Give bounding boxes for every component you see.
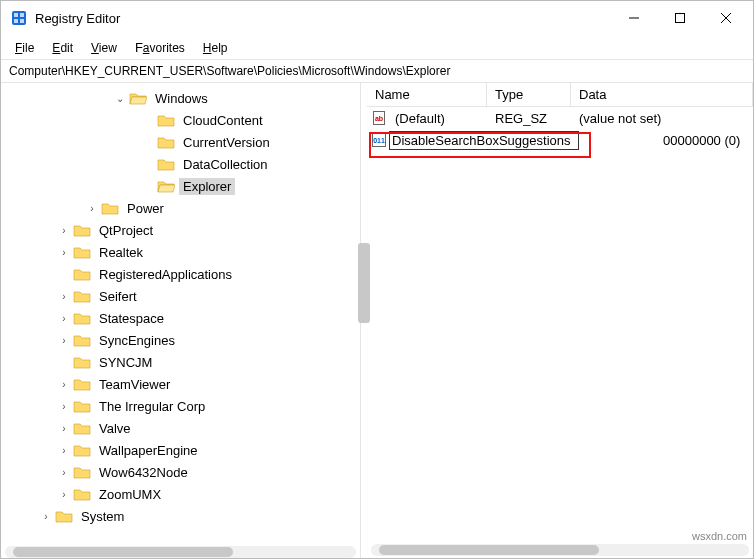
value-type: REG_SZ [487, 111, 571, 126]
tree-label: TeamViewer [95, 376, 174, 393]
tree-label: Power [123, 200, 168, 217]
expand-icon[interactable]: › [39, 511, 53, 522]
folder-icon [73, 421, 91, 435]
scrollbar-thumb[interactable] [379, 545, 599, 555]
folder-icon [73, 443, 91, 457]
tree-label: DataCollection [179, 156, 272, 173]
expand-icon[interactable]: › [57, 247, 71, 258]
expand-icon[interactable]: › [57, 489, 71, 500]
registry-tree[interactable]: ⌄ Windows CloudContent CurrentVersion Da… [1, 87, 360, 544]
close-button[interactable] [703, 2, 749, 34]
value-row-disablesearchboxsuggestions[interactable]: 011 00000000 (0) [367, 129, 753, 151]
expand-icon[interactable]: › [57, 335, 71, 346]
folder-open-icon [129, 91, 147, 105]
menu-view[interactable]: View [83, 38, 125, 57]
tree-node-statespace[interactable]: ›Statespace [1, 307, 360, 329]
tree-h-scrollbar[interactable] [5, 546, 356, 558]
folder-icon [73, 333, 91, 347]
column-data[interactable]: Data [571, 83, 753, 106]
tree-node-registeredapplications[interactable]: RegisteredApplications [1, 263, 360, 285]
value-name-edit-input[interactable] [389, 131, 579, 150]
tree-node-datacollection[interactable]: DataCollection [1, 153, 360, 175]
tree-label: Seifert [95, 288, 141, 305]
value-name: (Default) [387, 111, 487, 126]
window-titlebar: Registry Editor [1, 1, 753, 35]
tree-node-wow6432node[interactable]: ›Wow6432Node [1, 461, 360, 483]
svg-rect-6 [676, 14, 685, 23]
tree-node-windows[interactable]: ⌄ Windows [1, 87, 360, 109]
folder-icon [157, 157, 175, 171]
tree-node-system[interactable]: ›System [1, 505, 360, 527]
tree-node-zoomumx[interactable]: ›ZoomUMX [1, 483, 360, 505]
folder-icon [157, 113, 175, 127]
expand-icon[interactable]: › [57, 401, 71, 412]
list-h-scrollbar[interactable] [371, 544, 749, 556]
tree-pane[interactable]: ⌄ Windows CloudContent CurrentVersion Da… [1, 83, 361, 558]
tree-label: SyncEngines [95, 332, 179, 349]
menu-edit[interactable]: Edit [44, 38, 81, 57]
tree-node-currentversion[interactable]: CurrentVersion [1, 131, 360, 153]
column-type[interactable]: Type [487, 83, 571, 106]
address-text: Computer\HKEY_CURRENT_USER\Software\Poli… [9, 64, 450, 78]
tree-label: QtProject [95, 222, 157, 239]
tree-node-teamviewer[interactable]: ›TeamViewer [1, 373, 360, 395]
tree-node-explorer[interactable]: Explorer [1, 175, 360, 197]
tree-node-seifert[interactable]: ›Seifert [1, 285, 360, 307]
expand-icon[interactable]: › [57, 291, 71, 302]
address-bar[interactable]: Computer\HKEY_CURRENT_USER\Software\Poli… [1, 59, 753, 83]
column-name[interactable]: Name [367, 83, 487, 106]
regedit-icon [11, 10, 27, 26]
tree-label: Realtek [95, 244, 147, 261]
tree-node-cloudcontent[interactable]: CloudContent [1, 109, 360, 131]
tree-node-syncjm[interactable]: SYNCJM [1, 351, 360, 373]
collapse-icon[interactable]: ⌄ [113, 93, 127, 104]
folder-icon [101, 201, 119, 215]
tree-label: System [77, 508, 128, 525]
tree-node-wallpaperengine[interactable]: ›WallpaperEngine [1, 439, 360, 461]
menu-help[interactable]: Help [195, 38, 236, 57]
tree-node-valve[interactable]: ›Valve [1, 417, 360, 439]
expand-icon[interactable]: › [57, 423, 71, 434]
tree-label: SYNCJM [95, 354, 156, 371]
expand-icon[interactable]: › [57, 313, 71, 324]
folder-icon [73, 377, 91, 391]
tree-label: CurrentVersion [179, 134, 274, 151]
folder-open-icon [157, 179, 175, 193]
value-row-default[interactable]: ab (Default) REG_SZ (value not set) [367, 107, 753, 129]
value-data: 00000000 (0) [655, 133, 753, 148]
dword-value-icon: 011 [372, 133, 386, 147]
expand-icon[interactable]: › [57, 467, 71, 478]
folder-icon [73, 267, 91, 281]
menu-file[interactable]: File [7, 38, 42, 57]
maximize-button[interactable] [657, 2, 703, 34]
folder-icon [55, 509, 73, 523]
tree-node-realtek[interactable]: ›Realtek [1, 241, 360, 263]
tree-label: RegisteredApplications [95, 266, 236, 283]
menubar: File Edit View Favorites Help [1, 35, 753, 59]
tree-node-qtproject[interactable]: ›QtProject [1, 219, 360, 241]
value-icon-cell: ab [367, 111, 387, 125]
expand-icon[interactable]: › [57, 225, 71, 236]
tree-label: WallpaperEngine [95, 442, 202, 459]
folder-icon [73, 399, 91, 413]
tree-node-irregular[interactable]: ›The Irregular Corp [1, 395, 360, 417]
minimize-button[interactable] [611, 2, 657, 34]
tree-label: Wow6432Node [95, 464, 192, 481]
tree-node-syncengines[interactable]: ›SyncEngines [1, 329, 360, 351]
value-data: (value not set) [571, 111, 753, 126]
tree-label: Explorer [179, 178, 235, 195]
expand-icon[interactable]: › [57, 379, 71, 390]
expand-icon[interactable]: › [85, 203, 99, 214]
tree-label: Valve [95, 420, 135, 437]
folder-icon [73, 311, 91, 325]
scrollbar-thumb[interactable] [13, 547, 233, 557]
tree-node-power[interactable]: ›Power [1, 197, 360, 219]
menu-favorites[interactable]: Favorites [127, 38, 193, 57]
value-name-cell [387, 131, 591, 150]
folder-icon [73, 245, 91, 259]
values-pane[interactable]: Name Type Data ab (Default) REG_SZ (valu… [367, 83, 753, 558]
folder-icon [73, 465, 91, 479]
value-icon-cell: 011 [367, 133, 387, 147]
expand-icon[interactable]: › [57, 445, 71, 456]
tree-label: The Irregular Corp [95, 398, 209, 415]
